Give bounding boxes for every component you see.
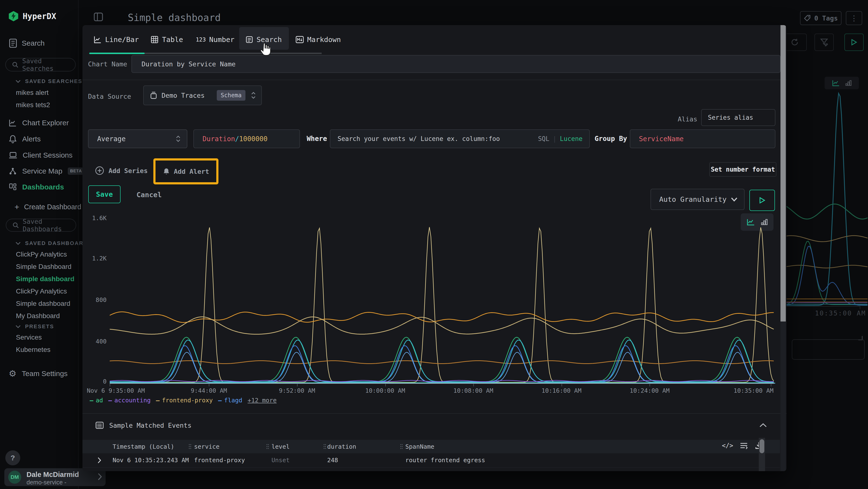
saved-dashboard-item[interactable]: ClickPy Analytics — [16, 287, 74, 295]
saved-dashboards-list: ClickPy AnalyticsSimple DashboardSimple … — [16, 251, 74, 324]
brand-logo-icon — [8, 10, 19, 22]
sidebar-item-service-map[interactable]: Service Map BETA — [9, 167, 84, 175]
column-header[interactable]: duration — [327, 443, 356, 450]
expand-row-icon[interactable] — [97, 471, 101, 471]
preset-item[interactable]: Services — [16, 334, 51, 341]
saved-dashboard-item[interactable]: Simple Dashboard — [16, 263, 74, 270]
bg-x-axis — [786, 306, 860, 307]
sql-toggle[interactable]: SQL — [538, 135, 549, 142]
help-icon: ? — [10, 454, 15, 462]
cancel-button[interactable]: Cancel — [136, 191, 162, 199]
expand-row-icon[interactable] — [97, 457, 101, 464]
filter-button[interactable] — [814, 33, 834, 51]
sidebar-item-team-settings[interactable]: ⚙ Team Settings — [9, 369, 67, 378]
tab-line-bar[interactable]: Line/Bar — [94, 32, 139, 47]
saved-dashboards-header[interactable]: SAVED DASHBOARDS — [16, 240, 92, 247]
chart-series-line — [786, 241, 868, 305]
code-icon[interactable]: </> — [722, 442, 733, 449]
x-axis-tick — [650, 383, 650, 386]
granularity-select[interactable]: Auto Granularity — [651, 189, 745, 210]
where-search-input[interactable]: Search your events w/ Lucene ex. column:… — [330, 130, 590, 148]
save-button[interactable]: Save — [88, 185, 121, 203]
user-name: Dale McDiarmid — [27, 471, 79, 479]
add-alert-button[interactable]: Add Alert — [163, 168, 209, 175]
set-number-format-button[interactable]: Set number format — [709, 162, 776, 177]
add-series-button[interactable]: Add Series — [95, 166, 148, 175]
saved-searches-header[interactable]: SAVED SEARCHES — [16, 78, 83, 84]
presets-header[interactable]: PRESETS — [16, 323, 54, 330]
legend-more-link[interactable]: +12 more — [248, 397, 277, 404]
saved-searches-input[interactable]: Saved Searches — [5, 58, 76, 71]
sidebar-item-alerts[interactable]: Alerts — [9, 135, 41, 143]
sidebar-collapse-button[interactable] — [94, 12, 103, 21]
wrap-text-icon[interactable] — [740, 441, 748, 450]
x-axis-tick — [473, 383, 474, 386]
column-drag-handle-icon[interactable] — [400, 443, 403, 450]
lucene-toggle[interactable]: Lucene — [560, 135, 583, 142]
gear-icon: ⚙ — [9, 369, 17, 378]
legend-item[interactable]: —accounting — [108, 397, 151, 404]
column-header[interactable]: service — [194, 443, 219, 450]
legend-item[interactable]: —frontend-proxy — [156, 397, 213, 404]
brand[interactable]: HyperDX — [8, 10, 56, 22]
chart-name-label: Chart Name — [88, 60, 127, 68]
preset-item[interactable]: Kubernetes — [16, 346, 51, 353]
saved-dashboard-item[interactable]: Simple dashboard — [16, 275, 74, 283]
tags-button[interactable]: 0 Tags — [800, 11, 841, 25]
column-header[interactable]: Timestamp (Local) — [113, 443, 174, 450]
legend-label: ad — [96, 397, 103, 404]
markdown-icon — [296, 36, 304, 43]
bg-search-box[interactable] — [792, 339, 865, 359]
chart-name-input[interactable]: Duration by Service Name — [131, 55, 780, 73]
event-row[interactable]: Nov 6 10:35:23.243 AMfrontend-proxyUnset… — [83, 467, 780, 471]
help-button[interactable]: ? — [5, 450, 20, 465]
table-scrollbar-thumb[interactable] — [760, 439, 764, 453]
data-source-select[interactable]: Demo Traces Schema — [143, 85, 262, 105]
tab-table[interactable]: Table — [151, 32, 183, 47]
data-source-label: Data Source — [88, 93, 131, 100]
saved-dashboards-input[interactable]: Saved Dashboards — [6, 219, 76, 232]
legend-item[interactable]: —flagd — [218, 397, 242, 404]
tab-underline-track — [145, 53, 322, 54]
kebab-icon: ⋮ — [850, 14, 858, 23]
saved-search-item[interactable]: mikes alert — [16, 89, 50, 96]
saved-dashboard-item[interactable]: My Dashboard — [16, 312, 74, 320]
group-by-input[interactable]: ServiceName — [630, 130, 775, 148]
saved-search-item[interactable]: mikes tets2 — [16, 101, 50, 109]
column-drag-handle-icon[interactable] — [266, 443, 269, 450]
chevron-right-icon — [97, 472, 102, 481]
event-cell: frontend-proxy — [194, 471, 245, 471]
event-cell: Nov 6 10:35:23.243 AM — [113, 471, 189, 471]
run-query-button[interactable] — [749, 190, 775, 211]
add-alert-highlight-box: Add Alert — [153, 158, 218, 184]
column-drag-handle-icon[interactable] — [323, 443, 327, 450]
more-menu-button[interactable]: ⋮ — [846, 11, 862, 25]
collapse-section-button[interactable] — [759, 423, 767, 428]
tab-number[interactable]: 123 Number — [196, 32, 235, 47]
modal-scrollbar-track[interactable] — [780, 25, 786, 471]
legend-item[interactable]: —ad — [90, 397, 103, 404]
sidebar-item-client-sessions[interactable]: Client Sessions — [9, 151, 72, 159]
search-doc-icon — [245, 36, 253, 44]
event-row[interactable]: Nov 6 10:35:23.243 AMfrontend-proxyUnset… — [83, 453, 780, 467]
column-header[interactable]: SpanName — [405, 443, 434, 450]
bg-run-button[interactable] — [844, 33, 864, 51]
schema-badge: Schema — [217, 90, 245, 100]
sidebar-item-search-label: Search — [22, 39, 44, 47]
sidebar-item-dashboards[interactable]: Dashboards — [9, 183, 64, 191]
sidebar-item-search[interactable]: Search — [9, 39, 44, 48]
column-drag-handle-icon[interactable] — [188, 443, 192, 450]
aggregation-select[interactable]: Average — [88, 130, 187, 148]
alias-input[interactable]: Series alias — [701, 109, 775, 126]
modal-scrollbar-thumb[interactable] — [780, 25, 786, 321]
dashboards-icon — [9, 183, 17, 191]
tab-markdown[interactable]: Markdown — [296, 32, 341, 47]
sidebar-item-chart-explorer[interactable]: Chart Explorer — [9, 119, 69, 127]
event-cell: Unset — [272, 471, 289, 471]
metric-field-input[interactable]: Duration/1000000 — [193, 130, 300, 148]
saved-dashboard-item[interactable]: ClickPy Analytics — [16, 251, 74, 258]
column-header[interactable]: level — [272, 443, 289, 450]
create-dashboard-button[interactable]: + Create Dashboard — [14, 203, 81, 211]
x-axis-tick-label: 9:52:00 AM — [279, 387, 315, 394]
saved-dashboard-item[interactable]: Simple dashboard — [16, 300, 74, 308]
